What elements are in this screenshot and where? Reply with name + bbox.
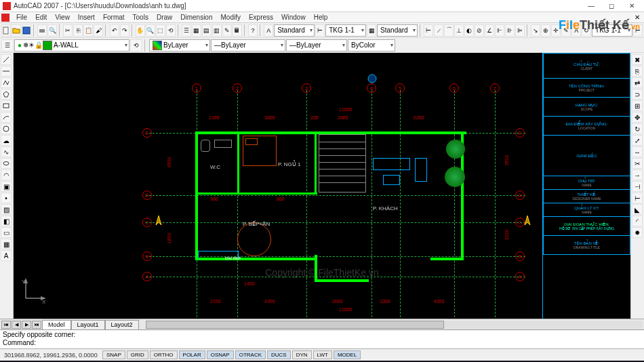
menu-modify[interactable]: Modify: [217, 14, 245, 21]
zoom-window-button[interactable]: ⬚: [156, 24, 165, 37]
spline-tool[interactable]: ∿: [1, 146, 12, 157]
ellipse-arc-tool[interactable]: ◠: [1, 169, 12, 180]
extend-tool[interactable]: →: [632, 169, 643, 180]
rect-tool[interactable]: [1, 100, 12, 111]
model-toggle[interactable]: MODEL: [334, 350, 361, 359]
offset-tool[interactable]: ⊃: [632, 89, 643, 100]
textstyle-icon[interactable]: A: [264, 24, 273, 37]
arc-tool[interactable]: [1, 112, 12, 123]
menu-tools[interactable]: Tools: [129, 14, 153, 21]
layer-props-button[interactable]: ☰: [1, 39, 14, 52]
hscrollbar[interactable]: [146, 321, 643, 329]
move-tool[interactable]: ✥: [632, 112, 643, 123]
lwt-toggle[interactable]: LWT: [313, 350, 332, 359]
dim-quick-button[interactable]: ⊩: [495, 24, 504, 37]
command-window[interactable]: Specify opposite corner: Command:: [0, 329, 644, 348]
trim-tool[interactable]: ✂: [632, 158, 643, 169]
erase-tool[interactable]: ✖: [632, 54, 643, 65]
drawing-canvas[interactable]: 1 2 3 4 5 6 7 1 2 3 4 5 6 7 A B C D E A …: [14, 53, 630, 319]
hatch-tool[interactable]: ▨: [1, 204, 12, 215]
join-tool[interactable]: ⊢: [632, 193, 643, 203]
array-tool[interactable]: ⊞: [632, 100, 643, 111]
menu-express[interactable]: Express: [245, 14, 277, 21]
snap-toggle[interactable]: SNAP: [102, 350, 125, 359]
ortho-toggle[interactable]: ORTHO: [150, 350, 178, 359]
cmd-prompt[interactable]: Command:: [3, 339, 641, 347]
tab-next[interactable]: ▶: [22, 321, 31, 329]
table-tool[interactable]: ▦: [1, 239, 12, 249]
explode-tool[interactable]: ✸: [632, 227, 643, 238]
zoom-button[interactable]: 🔍: [146, 24, 155, 37]
preview-button[interactable]: 🔍: [47, 24, 57, 37]
print-button[interactable]: [37, 24, 47, 37]
markup-button[interactable]: ✎: [222, 24, 232, 37]
dim-tolerance-button[interactable]: ⊕: [541, 24, 550, 37]
layer-dropdown[interactable]: ●❄☀🔒A-WALL: [14, 39, 129, 52]
cut-button[interactable]: ✂: [63, 24, 73, 37]
tab-last[interactable]: ⏭: [32, 321, 41, 329]
save-button[interactable]: [22, 24, 31, 37]
properties-button[interactable]: ☰: [182, 24, 191, 37]
dim-diameter-button[interactable]: ⊘: [475, 24, 484, 37]
dim-ordinate-button[interactable]: ⊥: [454, 24, 464, 37]
layer-prev-button[interactable]: ⟲: [130, 39, 142, 52]
copy-tool[interactable]: ⎘: [632, 66, 643, 77]
menu-format[interactable]: Format: [99, 14, 129, 21]
tab-first[interactable]: ⏮: [1, 321, 11, 329]
pan-button[interactable]: ✋: [136, 24, 145, 37]
undo-button[interactable]: ↶: [110, 24, 119, 37]
otrack-toggle[interactable]: OTRACK: [235, 350, 266, 359]
gradient-tool[interactable]: ◧: [1, 216, 12, 226]
stretch-tool[interactable]: ↔: [632, 146, 643, 157]
break-tool[interactable]: ⊣: [632, 181, 643, 192]
revcloud-tool[interactable]: ☁: [1, 135, 12, 146]
new-button[interactable]: [1, 24, 11, 37]
open-button[interactable]: [12, 24, 21, 37]
close-button[interactable]: ✕: [622, 1, 641, 12]
redo-button[interactable]: ↷: [120, 24, 129, 37]
calc-button[interactable]: 🖩: [233, 24, 242, 37]
tablestyle-dropdown[interactable]: Standard: [377, 24, 418, 37]
copy-button[interactable]: ⎘: [73, 24, 83, 37]
mirror-tool[interactable]: ⇄: [632, 77, 643, 88]
circle-tool[interactable]: [1, 123, 12, 134]
dimstyle-icon[interactable]: ⊢: [315, 24, 325, 37]
match-button[interactable]: 🖌: [94, 24, 103, 37]
minimize-button[interactable]: —: [582, 1, 601, 12]
sheet-set-button[interactable]: ▥: [212, 24, 222, 37]
cline-tool[interactable]: [1, 66, 12, 77]
line-tool[interactable]: [1, 54, 12, 65]
fillet-tool[interactable]: ◜: [632, 216, 643, 226]
rotate-tool[interactable]: ↻: [632, 123, 643, 134]
menu-file[interactable]: File: [12, 14, 31, 21]
paste-button[interactable]: 📋: [83, 24, 93, 37]
dimstyle-dropdown[interactable]: TKG 1-1: [325, 24, 366, 37]
tab-prev[interactable]: ◀: [12, 321, 21, 329]
menu-window[interactable]: Window: [277, 14, 310, 21]
polygon-tool[interactable]: [1, 89, 12, 100]
dim-arc-button[interactable]: ⌒: [444, 24, 454, 37]
tablestyle-icon[interactable]: ▦: [367, 24, 376, 37]
maximize-button[interactable]: ◻: [602, 1, 621, 12]
menu-insert[interactable]: Insert: [74, 14, 99, 21]
linetype-dropdown[interactable]: — ByLayer: [211, 39, 285, 52]
block-tool[interactable]: ▣: [1, 181, 12, 192]
dim-aligned-button[interactable]: ⟋: [434, 24, 443, 37]
grid-toggle[interactable]: GRID: [127, 350, 148, 359]
dim-radius-button[interactable]: ◐: [464, 24, 474, 37]
menu-draw[interactable]: Draw: [153, 14, 176, 21]
dim-continue-button[interactable]: ⊫: [515, 24, 525, 37]
tab-layout2[interactable]: Layout2: [105, 320, 139, 329]
dyn-toggle[interactable]: DYN: [292, 350, 312, 359]
tab-model[interactable]: Model: [42, 320, 71, 329]
menu-view[interactable]: View: [51, 14, 74, 21]
dim-angular-button[interactable]: ∠: [485, 24, 494, 37]
region-tool[interactable]: ▭: [1, 227, 12, 238]
chamfer-tool[interactable]: ◣: [632, 204, 643, 215]
tab-layout1[interactable]: Layout1: [71, 320, 105, 329]
polar-toggle[interactable]: POLAR: [179, 350, 205, 359]
menu-help[interactable]: Help: [310, 14, 332, 21]
zoom-prev-button[interactable]: ⟲: [166, 24, 176, 37]
osnap-toggle[interactable]: OSNAP: [207, 350, 234, 359]
scale-tool[interactable]: ⤢: [632, 135, 643, 146]
